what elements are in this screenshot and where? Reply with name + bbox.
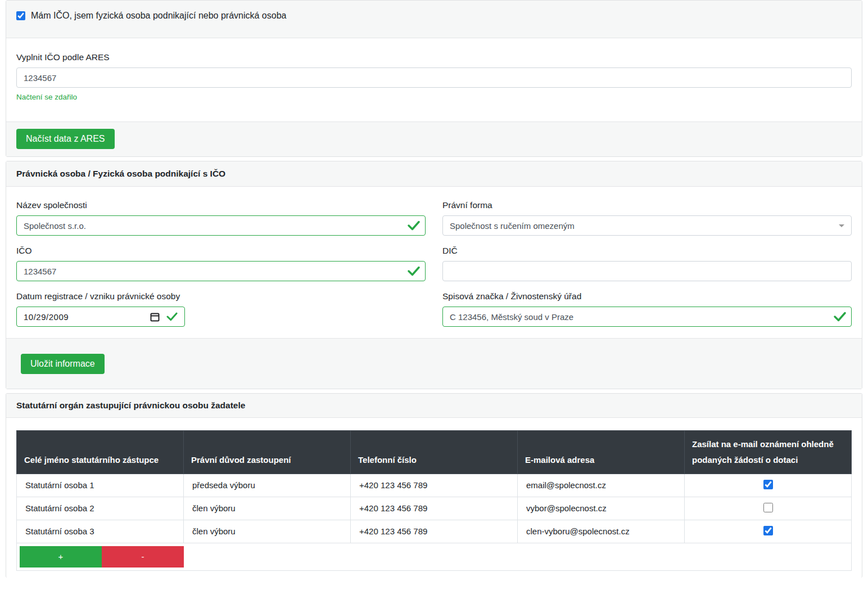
- ares-ico-label: Vyplnit IČO podle ARES: [16, 52, 852, 62]
- col-header-name: Celé jméno statutárního zástupce: [17, 431, 184, 474]
- save-info-button[interactable]: Uložit informace: [21, 354, 105, 374]
- ico-ares-card: Mám IČO, jsem fyzická osoba podnikající …: [6, 0, 862, 157]
- statutory-card-title: Statutární orgán zastupující právnickou …: [6, 394, 862, 418]
- legal-person-form: Název společnosti Právní forma Společnos…: [6, 187, 862, 338]
- legal-person-card: Právnická osoba / Fyzická osoba podnikaj…: [6, 161, 862, 389]
- registration-date-label: Datum registrace / vzniku právnické osob…: [16, 291, 426, 301]
- valid-check-icon: [834, 312, 846, 322]
- cell-name: Statutární osoba 2: [17, 497, 184, 520]
- dic-label: DIČ: [442, 246, 852, 256]
- legal-form-selected-value: Společnost s ručením omezeným: [450, 221, 575, 231]
- chevron-down-icon: [839, 224, 844, 227]
- ares-lookup-section: Vyplnit IČO podle ARES Načtení se zdařil…: [6, 38, 862, 121]
- page-container: Mám IČO, jsem fyzická osoba podnikající …: [6, 0, 862, 578]
- notify-email-checkbox[interactable]: [763, 480, 773, 489]
- table-actions-row: + -: [17, 543, 852, 570]
- have-ico-label: Mám IČO, jsem fyzická osoba podnikající …: [31, 11, 286, 21]
- cell-phone: +420 123 456 789: [351, 497, 518, 520]
- cell-name: Statutární osoba 1: [17, 474, 184, 497]
- cell-reason: člen výboru: [184, 497, 351, 520]
- legal-form-select[interactable]: Společnost s ručením omezeným: [442, 215, 852, 236]
- notify-email-checkbox[interactable]: [763, 503, 773, 512]
- table-row: Statutární osoba 3 člen výboru +420 123 …: [17, 520, 852, 543]
- calendar-icon[interactable]: [150, 312, 160, 322]
- col-header-notify: Zasílat na e-mail oznámení ohledně podan…: [685, 431, 852, 474]
- cell-name: Statutární osoba 3: [17, 520, 184, 543]
- ico-checkbox-section: Mám IČO, jsem fyzická osoba podnikající …: [6, 1, 862, 38]
- ares-ico-input[interactable]: [16, 67, 852, 88]
- dic-input[interactable]: [442, 261, 852, 281]
- company-name-label: Název společnosti: [16, 200, 426, 210]
- statutory-card: Statutární orgán zastupující právnickou …: [6, 393, 862, 578]
- legal-form-label: Právní forma: [442, 200, 852, 210]
- valid-check-icon: [166, 312, 178, 321]
- cell-reason: člen výboru: [184, 520, 351, 543]
- add-row-button[interactable]: +: [20, 546, 102, 568]
- registration-date-input[interactable]: 10/29/2009: [16, 307, 185, 327]
- legal-person-card-footer: Uložit informace: [6, 338, 862, 389]
- valid-check-icon: [408, 266, 420, 276]
- notify-email-checkbox[interactable]: [763, 526, 773, 535]
- ares-card-footer: Načíst data z ARES: [6, 121, 862, 156]
- cell-phone: +420 123 456 789: [351, 520, 518, 543]
- statutory-table-header-row: Celé jméno statutárního zástupce Právní …: [17, 431, 852, 474]
- ico-label: IČO: [16, 246, 426, 256]
- col-header-reason: Právní důvod zastoupení: [184, 431, 351, 474]
- file-number-label: Spisová značka / Živnostenský úřad: [442, 291, 852, 301]
- statutory-table-body: Statutární osoba 1 předseda výboru +420 …: [17, 474, 852, 570]
- ares-status-text: Načtení se zdařilo: [16, 93, 852, 101]
- col-header-email: E-mailová adresa: [518, 431, 685, 474]
- legal-person-card-title: Právnická osoba / Fyzická osoba podnikaj…: [6, 161, 862, 187]
- cell-email: clen-vyboru@spolecnost.cz: [518, 520, 685, 543]
- cell-email: vybor@spolecnost.cz: [518, 497, 685, 520]
- cell-email: email@spolecnost.cz: [518, 474, 685, 497]
- ico-input[interactable]: [16, 261, 426, 281]
- load-ares-button[interactable]: Načíst data z ARES: [16, 129, 115, 149]
- statutory-table: Celé jméno statutárního zástupce Právní …: [16, 430, 852, 571]
- table-row: Statutární osoba 1 předseda výboru +420 …: [17, 474, 852, 497]
- remove-row-button[interactable]: -: [102, 546, 184, 568]
- table-row: Statutární osoba 2 člen výboru +420 123 …: [17, 497, 852, 520]
- cell-phone: +420 123 456 789: [351, 474, 518, 497]
- have-ico-checkbox[interactable]: [16, 11, 25, 20]
- registration-date-value: 10/29/2009: [24, 312, 69, 322]
- cell-reason: předseda výboru: [184, 474, 351, 497]
- col-header-phone: Telefonní číslo: [351, 431, 518, 474]
- statutory-card-body: Celé jméno statutárního zástupce Právní …: [6, 418, 862, 578]
- file-number-input[interactable]: [442, 307, 852, 327]
- valid-check-icon: [408, 220, 420, 231]
- company-name-input[interactable]: [16, 215, 426, 236]
